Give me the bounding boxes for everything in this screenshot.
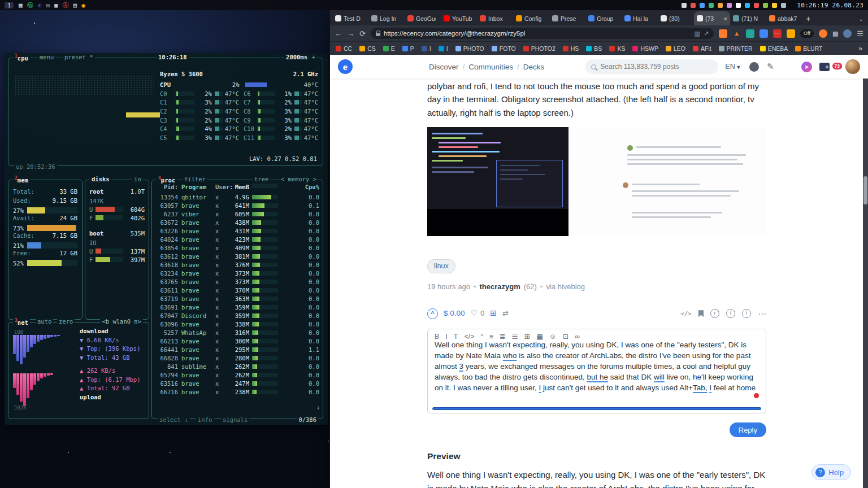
- comment-editor[interactable]: BIT</>“≡≣☰⊞▦☺⊡∞ Well one thing I wasn't …: [427, 329, 766, 413]
- bookmark-post-icon[interactable]: [698, 310, 704, 317]
- tray-icon[interactable]: [718, 3, 723, 8]
- process-row[interactable]: 64024 brave x 423M 0.0: [152, 235, 323, 243]
- process-row[interactable]: 6237 viber x 605M 0.0: [152, 210, 323, 218]
- process-row[interactable]: 63234 brave x 373M 0.0: [152, 269, 323, 277]
- tray-icon[interactable]: [700, 3, 705, 8]
- brave-logo-icon[interactable]: [819, 29, 827, 38]
- share-facebook-icon[interactable]: f: [742, 309, 751, 318]
- wallet-icon[interactable]: [819, 63, 830, 71]
- tray-icon[interactable]: [709, 3, 714, 8]
- process-row[interactable]: 63765 brave x 373M 0.0: [152, 277, 323, 286]
- comment-textarea[interactable]: Well one thing I wasn't expecting, reall…: [428, 338, 766, 394]
- tray-icon[interactable]: [691, 3, 696, 8]
- bookmark-item[interactable]: PRINTER: [719, 45, 753, 52]
- search-box[interactable]: [585, 59, 718, 74]
- address-bar[interactable]: ▥ ↗: [371, 28, 714, 39]
- process-row[interactable]: 841 sublime x 262M 0.0: [152, 362, 323, 371]
- process-row[interactable]: 5257 WhatsAp x 316M 0.0: [152, 328, 323, 337]
- profile-avatar[interactable]: [843, 29, 852, 38]
- browser-menu-icon[interactable]: ☰: [857, 29, 863, 38]
- scrollbar-thumb[interactable]: [863, 176, 867, 204]
- net-auto-button[interactable]: auto: [36, 318, 53, 325]
- bookmark-item[interactable]: HS: [563, 45, 579, 52]
- process-row[interactable]: 66441 brave x 295M 1.1: [152, 345, 323, 354]
- page-scrollbar[interactable]: [863, 55, 868, 488]
- bookmark-item[interactable]: KS: [609, 45, 625, 52]
- nav-communities[interactable]: Communities: [465, 63, 517, 71]
- forward-button[interactable]: →: [347, 29, 354, 38]
- menu-button[interactable]: menu: [38, 54, 55, 60]
- process-row[interactable]: 63612 brave x 381M 0.0: [152, 252, 323, 260]
- bookmark-item[interactable]: HSWP: [632, 45, 658, 52]
- signals-button[interactable]: signals: [221, 416, 249, 423]
- vpn-toggle[interactable]: Off: [800, 29, 814, 38]
- votes-heart-icon[interactable]: ♡: [471, 307, 478, 320]
- post-author[interactable]: thecrazygm: [479, 281, 520, 293]
- workspace-app-icon[interactable]: ◉: [81, 2, 85, 8]
- filter-button[interactable]: filter: [183, 176, 207, 182]
- bookmark-item[interactable]: I: [422, 45, 431, 52]
- extension-icon[interactable]: [760, 29, 768, 38]
- back-button[interactable]: ←: [335, 29, 342, 38]
- nav-discover[interactable]: Discover: [425, 63, 463, 71]
- tree-button[interactable]: tree: [253, 176, 270, 182]
- user-avatar[interactable]: [845, 59, 860, 74]
- search-input[interactable]: [600, 63, 713, 71]
- process-row[interactable]: 67047 Discord x 359M 0.0: [152, 311, 323, 320]
- compose-pencil-icon[interactable]: ✎: [767, 62, 774, 72]
- process-row[interactable]: 63057 brave x 641M 0.1: [152, 201, 323, 210]
- votes-count[interactable]: 0: [480, 308, 484, 319]
- bookmark-item[interactable]: P: [402, 45, 414, 52]
- process-row[interactable]: 13354 qbittor x 4.9G 0.0: [152, 193, 323, 201]
- browser-tab[interactable]: Group: [585, 11, 622, 25]
- process-row[interactable]: 63719 brave x 363M 0.0: [152, 294, 323, 303]
- process-row[interactable]: 63691 brave x 359M 0.0: [152, 303, 323, 311]
- reload-button[interactable]: ⟳: [359, 29, 366, 38]
- ecency-logo[interactable]: e: [338, 59, 353, 74]
- process-row[interactable]: 63854 brave x 409M 0.0: [152, 243, 323, 252]
- select-button[interactable]: select ↓: [158, 416, 190, 423]
- io-mode-button[interactable]: io: [132, 176, 143, 182]
- process-row[interactable]: 63672 brave x 438M 0.0: [152, 218, 323, 226]
- share-reddit-icon[interactable]: r: [710, 309, 719, 318]
- tab-search-icon[interactable]: ⌄: [859, 16, 863, 22]
- workspace-app-icon[interactable]: Ⓦ: [27, 2, 33, 8]
- bookmark-item[interactable]: ENEBA: [760, 45, 788, 52]
- browser-tab[interactable]: abbak7: [766, 11, 802, 25]
- upvote-button[interactable]: ^: [427, 308, 438, 319]
- process-row[interactable]: 66213 brave x 300M 0.0: [152, 337, 323, 345]
- tray-icon[interactable]: [763, 3, 768, 8]
- extension-icon[interactable]: [787, 29, 795, 38]
- post-payout[interactable]: $ 0.00: [444, 308, 465, 320]
- bookmark-item[interactable]: PHOTO: [455, 45, 484, 52]
- tray-icon[interactable]: [682, 3, 687, 8]
- brave-rewards-icon[interactable]: ▲: [732, 29, 741, 38]
- post-time[interactable]: 19 hours ago: [427, 281, 470, 293]
- tab-close-icon[interactable]: ×: [724, 15, 727, 22]
- workspace-indicator[interactable]: 1: [5, 2, 14, 8]
- browser-tab[interactable]: Inbox: [477, 11, 513, 25]
- browser-tab[interactable]: Test D: [332, 11, 368, 25]
- workspace-app-icon[interactable]: ✆: [38, 2, 42, 8]
- tray-icon[interactable]: [736, 3, 741, 8]
- proc-scroll-up-icon[interactable]: ↑: [316, 185, 320, 191]
- post-image[interactable]: [427, 127, 766, 236]
- promote-icon[interactable]: ⊞: [490, 307, 497, 320]
- view-source-icon[interactable]: </>: [680, 309, 692, 319]
- process-row[interactable]: 63611 brave x 370M 0.0: [152, 286, 323, 294]
- nav-decks[interactable]: Decks: [519, 63, 549, 71]
- process-row[interactable]: 63096 brave x 338M 0.0: [152, 320, 323, 328]
- bookmark-item[interactable]: FOTO: [492, 45, 516, 52]
- net-interface[interactable]: <b wlan0 n>: [100, 318, 143, 325]
- bookmark-item[interactable]: LEO: [666, 45, 685, 52]
- bookmark-item[interactable]: AFit: [693, 45, 711, 52]
- bookmark-item[interactable]: E: [383, 45, 395, 52]
- browser-tab[interactable]: GeoGue: [405, 11, 441, 25]
- grammar-checker-icon[interactable]: [754, 393, 759, 398]
- sort-selector[interactable]: < memory >: [279, 176, 318, 182]
- process-row[interactable]: 66828 brave x 280M 0.0: [152, 354, 323, 362]
- browser-tab[interactable]: (30): [658, 11, 694, 25]
- preset-button[interactable]: preset *: [63, 54, 95, 60]
- browser-tab[interactable]: (71) N: [730, 11, 766, 25]
- browser-tab[interactable]: Hai la: [622, 11, 658, 25]
